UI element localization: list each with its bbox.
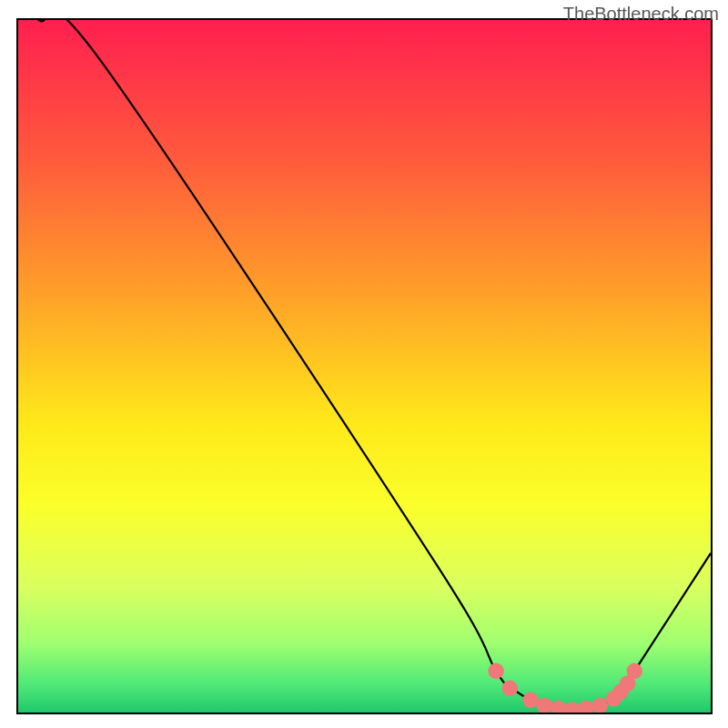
marker-point xyxy=(502,681,519,697)
watermark-label: TheBottleneck.com xyxy=(563,4,719,25)
highlight-markers xyxy=(488,663,642,714)
marker-point xyxy=(522,693,539,709)
marker-point xyxy=(488,663,504,680)
chart-plot-area xyxy=(16,18,713,714)
marker-point xyxy=(627,663,643,680)
marker-point xyxy=(537,698,553,714)
marker-point xyxy=(578,701,594,714)
marker-point xyxy=(564,702,581,714)
marker-point xyxy=(551,701,567,714)
marker-point xyxy=(592,698,608,714)
curve-path xyxy=(18,18,711,709)
chart-curve-layer xyxy=(18,20,711,713)
